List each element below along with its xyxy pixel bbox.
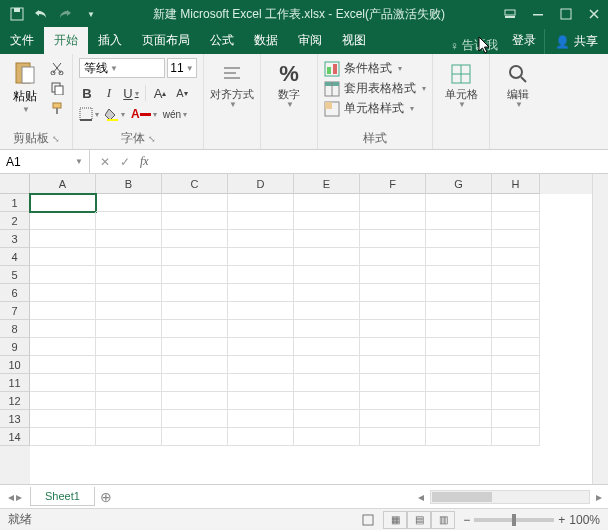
cut-icon[interactable] (48, 60, 66, 76)
col-header[interactable]: C (162, 174, 228, 194)
cell[interactable] (30, 230, 96, 248)
cell[interactable] (96, 374, 162, 392)
cell[interactable] (162, 410, 228, 428)
row-header[interactable]: 8 (0, 320, 30, 338)
cell[interactable] (360, 266, 426, 284)
cell[interactable] (228, 266, 294, 284)
cell[interactable] (426, 374, 492, 392)
cell[interactable] (162, 428, 228, 446)
cell[interactable] (492, 338, 540, 356)
cell[interactable] (426, 230, 492, 248)
cell[interactable] (228, 302, 294, 320)
cancel-icon[interactable]: ✕ (100, 155, 110, 169)
cell[interactable] (162, 284, 228, 302)
row-header[interactable]: 2 (0, 212, 30, 230)
cell[interactable] (96, 230, 162, 248)
cell[interactable] (360, 410, 426, 428)
cell[interactable] (96, 284, 162, 302)
tab-formulas[interactable]: 公式 (200, 27, 244, 54)
dialog-launcher-icon[interactable]: ⤡ (148, 134, 156, 144)
cell[interactable] (294, 410, 360, 428)
normal-view-icon[interactable]: ▦ (383, 511, 407, 529)
cell[interactable] (426, 284, 492, 302)
add-sheet-button[interactable]: ⊕ (95, 489, 117, 505)
border-icon[interactable]: ▾ (79, 105, 99, 123)
cell[interactable] (96, 428, 162, 446)
cell[interactable] (96, 212, 162, 230)
row-header[interactable]: 7 (0, 302, 30, 320)
cell[interactable] (360, 374, 426, 392)
tab-home[interactable]: 开始 (44, 27, 88, 54)
format-painter-icon[interactable] (48, 100, 66, 116)
ribbon-options-icon[interactable] (496, 0, 524, 28)
cell[interactable] (492, 428, 540, 446)
cell[interactable] (162, 194, 228, 212)
cell[interactable] (228, 410, 294, 428)
cell[interactable] (360, 302, 426, 320)
cell[interactable] (30, 248, 96, 266)
cell[interactable] (30, 212, 96, 230)
cell[interactable] (30, 428, 96, 446)
cell[interactable] (426, 248, 492, 266)
scroll-right-icon[interactable]: ▸ (596, 490, 602, 504)
cell[interactable] (426, 320, 492, 338)
number-button[interactable]: %数字▼ (267, 58, 311, 109)
cell[interactable] (294, 284, 360, 302)
cell[interactable] (426, 410, 492, 428)
maximize-icon[interactable] (552, 0, 580, 28)
cell[interactable] (228, 212, 294, 230)
cell[interactable] (426, 194, 492, 212)
font-color-icon[interactable]: A▾ (131, 105, 157, 123)
cell[interactable] (294, 338, 360, 356)
cell[interactable] (228, 284, 294, 302)
cell[interactable] (96, 248, 162, 266)
cells-area[interactable] (30, 194, 592, 484)
macro-icon[interactable] (361, 513, 375, 527)
cell[interactable] (360, 338, 426, 356)
cell[interactable] (96, 194, 162, 212)
row-header[interactable]: 3 (0, 230, 30, 248)
cell[interactable] (360, 194, 426, 212)
cell[interactable] (360, 248, 426, 266)
cell[interactable] (30, 302, 96, 320)
cell[interactable] (492, 194, 540, 212)
cell[interactable] (360, 284, 426, 302)
tell-me[interactable]: ♀告诉我 (444, 37, 504, 54)
zoom-out-icon[interactable]: − (463, 513, 470, 527)
cell[interactable] (426, 428, 492, 446)
zoom-level[interactable]: 100% (569, 513, 600, 527)
cell[interactable] (162, 302, 228, 320)
row-header[interactable]: 13 (0, 410, 30, 428)
enter-icon[interactable]: ✓ (120, 155, 130, 169)
col-header[interactable]: B (96, 174, 162, 194)
row-header[interactable]: 10 (0, 356, 30, 374)
cell[interactable] (30, 392, 96, 410)
cell[interactable] (96, 266, 162, 284)
conditional-format-button[interactable]: 条件格式▾ (324, 60, 426, 77)
cell[interactable] (294, 374, 360, 392)
cell[interactable] (228, 194, 294, 212)
increase-font-icon[interactable]: A▴ (152, 84, 168, 102)
name-box[interactable]: A1▼ (0, 150, 90, 173)
cell[interactable] (294, 320, 360, 338)
font-name-combo[interactable]: 等线▼ (79, 58, 165, 78)
cell[interactable] (30, 194, 96, 212)
cell[interactable] (162, 392, 228, 410)
cell[interactable] (228, 338, 294, 356)
cell[interactable] (360, 212, 426, 230)
cell[interactable] (294, 194, 360, 212)
col-header[interactable]: H (492, 174, 540, 194)
row-header[interactable]: 12 (0, 392, 30, 410)
cell[interactable] (492, 212, 540, 230)
col-header[interactable]: F (360, 174, 426, 194)
cell[interactable] (492, 302, 540, 320)
cell[interactable] (294, 230, 360, 248)
signin-button[interactable]: 登录 (504, 27, 544, 54)
cell[interactable] (162, 374, 228, 392)
decrease-font-icon[interactable]: A▾ (174, 84, 190, 102)
dialog-launcher-icon[interactable]: ⤡ (52, 134, 60, 144)
cell[interactable] (162, 248, 228, 266)
cell[interactable] (228, 320, 294, 338)
cell[interactable] (426, 338, 492, 356)
cell[interactable] (294, 302, 360, 320)
